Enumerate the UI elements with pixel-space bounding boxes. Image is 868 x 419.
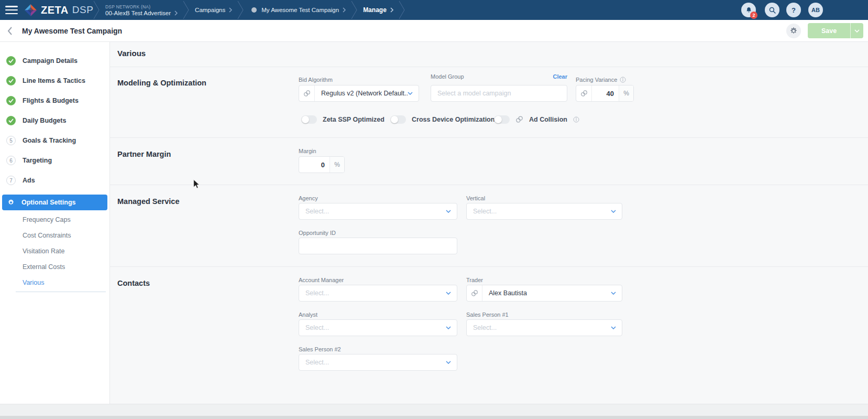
account-manager-placeholder: Select... bbox=[299, 289, 329, 297]
chevron-down-icon bbox=[446, 361, 451, 364]
model-group-input[interactable]: Select a model campaign bbox=[431, 85, 567, 102]
sidebar-item-visitation-rate[interactable]: Visitation Rate bbox=[0, 243, 109, 259]
cross-device-toggle[interactable] bbox=[390, 115, 406, 124]
account-manager-select[interactable]: Select... bbox=[299, 285, 457, 302]
bid-algorithm-select[interactable]: Regulus v2 (Network Default... bbox=[299, 85, 419, 102]
settings-button[interactable] bbox=[786, 24, 801, 38]
breadcrumb-manage[interactable]: Manage bbox=[358, 0, 399, 20]
opportunity-id-label: Opportunity ID bbox=[299, 230, 336, 236]
breadcrumb: DSP NETWORK (NA) 00-AlexB Test Advertise… bbox=[93, 0, 405, 20]
breadcrumb-advertiser[interactable]: DSP NETWORK (NA) 00-AlexB Test Advertise… bbox=[100, 0, 183, 20]
back-button[interactable] bbox=[7, 27, 13, 37]
sales-person-2-placeholder: Select... bbox=[299, 359, 329, 366]
analyst-label: Analyst bbox=[299, 311, 317, 318]
sales-person-1-select[interactable]: Select... bbox=[466, 319, 622, 336]
bottom-edge bbox=[0, 416, 868, 419]
search-icon bbox=[768, 6, 776, 14]
sidebar-item-flights-budgets[interactable]: Flights & Budgets bbox=[0, 91, 109, 111]
avatar[interactable]: AB bbox=[808, 3, 823, 17]
sidebar-item-ads[interactable]: 7 Ads bbox=[0, 170, 109, 190]
help-button[interactable]: ? bbox=[786, 3, 801, 17]
cross-device-toggle-row: Cross Device Optimization bbox=[390, 115, 495, 124]
sidebar-item-line-items[interactable]: Line Items & Tactics bbox=[0, 71, 109, 91]
sidebar-item-various[interactable]: Various bbox=[0, 275, 109, 291]
notification-badge: 2 bbox=[750, 12, 757, 19]
opportunity-id-input[interactable] bbox=[299, 238, 457, 254]
save-dropdown-button[interactable] bbox=[851, 29, 863, 33]
brand-zeta: ZETA bbox=[41, 4, 69, 16]
sidebar-item-external-costs[interactable]: External Costs bbox=[0, 259, 109, 275]
breadcrumb-separator bbox=[399, 0, 405, 20]
help-icon: ? bbox=[792, 6, 796, 14]
screen: ZETA DSP DSP NETWORK (NA) 00-AlexB Test … bbox=[0, 0, 868, 419]
margin-input[interactable]: 0 % bbox=[299, 156, 345, 173]
sidebar-item-daily-budgets[interactable]: Daily Budgets bbox=[0, 111, 109, 131]
gear-icon bbox=[7, 199, 15, 206]
page-title: My Awesome Test Campaign bbox=[22, 20, 122, 42]
search-button[interactable] bbox=[765, 3, 779, 17]
zeta-ssp-toggle-row: Zeta SSP Optimized bbox=[301, 115, 384, 124]
trader-select[interactable]: Alex Bautista bbox=[466, 285, 622, 302]
percent-suffix: % bbox=[329, 157, 344, 173]
trader-label: Trader bbox=[466, 277, 483, 283]
link-icon bbox=[515, 115, 523, 123]
pacing-variance-input[interactable]: 40 % bbox=[576, 85, 634, 102]
zeta-logo[interactable]: ZETA DSP bbox=[24, 0, 93, 20]
sidebar-item-cost-constraints[interactable]: Cost Constraints bbox=[0, 228, 109, 243]
model-group-label: Model Group bbox=[431, 73, 464, 80]
save-button[interactable]: Save bbox=[808, 23, 863, 38]
section-title-managed-service: Managed Service bbox=[117, 197, 179, 206]
breadcrumb-separator bbox=[183, 0, 190, 20]
sidebar-item-campaign-details[interactable]: Campaign Details bbox=[0, 51, 109, 71]
model-group-clear-link[interactable]: Clear bbox=[553, 73, 567, 80]
chevron-right-icon bbox=[229, 7, 232, 13]
notifications-button[interactable]: 2 bbox=[741, 3, 756, 17]
vertical-select[interactable]: Select... bbox=[466, 203, 622, 220]
check-icon bbox=[6, 76, 16, 85]
sidebar-steps: Campaign Details Line Items & Tactics Fl… bbox=[0, 42, 109, 190]
chevron-down-icon bbox=[854, 29, 860, 33]
chevron-down-icon bbox=[611, 210, 616, 213]
analyst-select[interactable]: Select... bbox=[299, 319, 457, 336]
section-heading-various: Various bbox=[117, 49, 146, 58]
sidebar-item-targeting[interactable]: 6 Targeting bbox=[0, 151, 109, 170]
sidebar-item-frequency-caps[interactable]: Frequency Caps bbox=[0, 212, 109, 228]
pacing-variance-value: 40 bbox=[592, 90, 619, 98]
breadcrumb-campaigns[interactable]: Campaigns bbox=[190, 0, 237, 20]
margin-value: 0 bbox=[299, 161, 329, 169]
divider bbox=[110, 185, 868, 185]
account-manager-label: Account Manager bbox=[299, 277, 344, 283]
gear-icon bbox=[789, 27, 798, 35]
status-dot bbox=[251, 7, 257, 13]
section-title-partner-margin: Partner Margin bbox=[117, 150, 171, 158]
agency-select[interactable]: Select... bbox=[299, 203, 457, 220]
sales-person-1-label: Sales Person #1 bbox=[466, 311, 509, 318]
step-number: 6 bbox=[6, 156, 16, 165]
percent-suffix: % bbox=[619, 85, 633, 101]
divider bbox=[110, 266, 868, 267]
brand-dsp: DSP bbox=[72, 4, 94, 16]
chevron-right-icon bbox=[390, 7, 393, 13]
info-icon bbox=[620, 77, 626, 83]
sidebar-item-optional-settings[interactable]: Optional Settings bbox=[2, 195, 107, 210]
agency-label: Agency bbox=[299, 195, 318, 201]
avatar-initials: AB bbox=[811, 7, 820, 13]
breadcrumb-separator bbox=[351, 0, 358, 20]
sales-person-2-select[interactable]: Select... bbox=[299, 354, 457, 371]
step-number: 5 bbox=[6, 136, 16, 145]
ad-collision-toggle-row: Ad Collision bbox=[494, 115, 579, 124]
menu-icon[interactable] bbox=[5, 6, 18, 14]
trader-value: Alex Bautista bbox=[482, 289, 527, 297]
network-eyebrow: DSP NETWORK (NA) bbox=[105, 4, 150, 9]
check-icon bbox=[6, 96, 16, 105]
link-icon bbox=[576, 85, 592, 101]
sales-person-1-placeholder: Select... bbox=[467, 324, 497, 331]
breadcrumb-campaign[interactable]: My Awesome Test Campaign bbox=[244, 0, 351, 20]
divider bbox=[110, 137, 868, 138]
chevron-left-icon bbox=[7, 27, 13, 35]
zeta-ssp-toggle[interactable] bbox=[301, 115, 317, 124]
chevron-down-icon bbox=[611, 292, 616, 295]
ad-collision-toggle[interactable] bbox=[494, 115, 510, 124]
check-icon bbox=[6, 116, 16, 125]
sidebar-item-goals-tracking[interactable]: 5 Goals & Tracking bbox=[0, 131, 109, 151]
